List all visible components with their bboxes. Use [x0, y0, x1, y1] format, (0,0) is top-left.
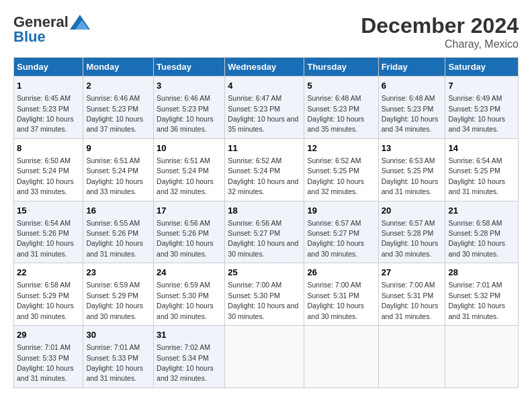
daylight-label: Daylight: 10 hours and 30 minutes.: [157, 302, 214, 320]
daylight-label: Daylight: 10 hours and 36 minutes.: [157, 115, 214, 133]
calendar-week-row: 8Sunrise: 6:50 AMSunset: 5:24 PMDaylight…: [14, 138, 519, 201]
daylight-label: Daylight: 10 hours and 31 minutes.: [17, 239, 74, 257]
calendar-cell: 25Sunrise: 7:00 AMSunset: 5:30 PMDayligh…: [225, 263, 304, 326]
calendar-cell: 2Sunrise: 6:46 AMSunset: 5:23 PMDaylight…: [83, 77, 154, 139]
sunrise-info: Sunrise: 6:52 AM: [307, 156, 361, 165]
calendar-cell: 3Sunrise: 6:46 AMSunset: 5:23 PMDaylight…: [154, 77, 225, 139]
day-number: 4: [228, 80, 301, 92]
calendar-cell: 1Sunrise: 6:45 AMSunset: 5:23 PMDaylight…: [14, 77, 83, 139]
header-friday: Friday: [378, 58, 445, 77]
day-number: 21: [448, 205, 515, 217]
sunset-info: Sunset: 5:28 PM: [382, 229, 434, 237]
day-number: 16: [86, 205, 150, 217]
calendar-cell: 26Sunrise: 7:00 AMSunset: 5:31 PMDayligh…: [304, 263, 378, 326]
daylight-label: Daylight: 10 hours and 31 minutes.: [382, 177, 439, 195]
sunset-info: Sunset: 5:25 PM: [382, 167, 434, 175]
day-number: 24: [157, 267, 222, 279]
daylight-label: Daylight: 10 hours and 30 minutes.: [17, 302, 74, 320]
sunrise-info: Sunrise: 7:01 AM: [86, 343, 140, 351]
sunset-info: Sunset: 5:23 PM: [382, 105, 434, 113]
sunrise-info: Sunrise: 6:45 AM: [17, 94, 71, 102]
daylight-label: Daylight: 10 hours and 30 minutes.: [307, 302, 364, 320]
sunrise-info: Sunrise: 6:56 AM: [157, 219, 210, 227]
calendar-cell: 18Sunrise: 6:56 AMSunset: 5:27 PMDayligh…: [225, 201, 304, 263]
sunrise-info: Sunrise: 6:57 AM: [382, 219, 435, 227]
calendar-cell: 19Sunrise: 6:57 AMSunset: 5:27 PMDayligh…: [304, 201, 378, 263]
calendar-cell: 9Sunrise: 6:51 AMSunset: 5:24 PMDaylight…: [83, 138, 154, 201]
daylight-label: Daylight: 10 hours and 37 minutes.: [86, 115, 143, 133]
calendar-cell: 30Sunrise: 7:01 AMSunset: 5:33 PMDayligh…: [83, 326, 154, 388]
calendar-cell: 23Sunrise: 6:59 AMSunset: 5:29 PMDayligh…: [83, 263, 154, 326]
sunset-info: Sunset: 5:26 PM: [157, 229, 209, 237]
sunrise-info: Sunrise: 6:50 AM: [17, 156, 71, 165]
daylight-label: Daylight: 10 hours and 32 minutes.: [307, 177, 364, 195]
calendar-cell: 20Sunrise: 6:57 AMSunset: 5:28 PMDayligh…: [378, 201, 445, 263]
daylight-label: Daylight: 10 hours and 34 minutes.: [448, 115, 505, 133]
sunset-info: Sunset: 5:31 PM: [307, 291, 359, 300]
daylight-label: Daylight: 10 hours and 33 minutes.: [86, 177, 143, 195]
header-saturday: Saturday: [445, 58, 519, 77]
sunset-info: Sunset: 5:24 PM: [17, 167, 69, 175]
sunrise-info: Sunrise: 6:59 AM: [157, 281, 210, 289]
calendar-header-row: Sunday Monday Tuesday Wednesday Thursday…: [14, 58, 519, 77]
day-number: 27: [382, 267, 443, 279]
sunset-info: Sunset: 5:26 PM: [86, 229, 138, 237]
sunrise-info: Sunrise: 6:51 AM: [86, 156, 140, 165]
calendar-week-row: 29Sunrise: 7:01 AMSunset: 5:33 PMDayligh…: [14, 326, 519, 388]
logo-icon: [70, 15, 90, 30]
day-number: 23: [86, 267, 150, 279]
sunrise-info: Sunrise: 6:48 AM: [307, 94, 361, 102]
sunset-info: Sunset: 5:25 PM: [448, 167, 500, 175]
calendar-table: Sunday Monday Tuesday Wednesday Thursday…: [13, 57, 519, 388]
daylight-label: Daylight: 10 hours and 32 minutes.: [157, 177, 214, 195]
title-block: December 2024 Charay, Mexico: [361, 13, 519, 50]
day-number: 10: [157, 142, 222, 154]
daylight-label: Daylight: 10 hours and 30 minutes.: [228, 239, 298, 257]
calendar-cell: 5Sunrise: 6:48 AMSunset: 5:23 PMDaylight…: [304, 77, 378, 139]
sunrise-info: Sunrise: 6:51 AM: [157, 156, 210, 165]
daylight-label: Daylight: 10 hours and 30 minutes.: [382, 239, 439, 257]
sunset-info: Sunset: 5:30 PM: [157, 291, 209, 300]
daylight-label: Daylight: 10 hours and 30 minutes.: [228, 302, 298, 320]
calendar-cell: 24Sunrise: 6:59 AMSunset: 5:30 PMDayligh…: [154, 263, 225, 326]
daylight-label: Daylight: 10 hours and 30 minutes.: [157, 239, 214, 257]
sunset-info: Sunset: 5:25 PM: [307, 167, 359, 175]
sunrise-info: Sunrise: 6:52 AM: [228, 156, 281, 165]
sunrise-info: Sunrise: 6:56 AM: [228, 219, 281, 227]
sunrise-info: Sunrise: 7:02 AM: [157, 343, 210, 351]
calendar-week-row: 22Sunrise: 6:58 AMSunset: 5:29 PMDayligh…: [14, 263, 519, 326]
sunrise-info: Sunrise: 7:00 AM: [382, 281, 435, 289]
sunset-info: Sunset: 5:23 PM: [228, 105, 280, 113]
page-subtitle: Charay, Mexico: [361, 38, 519, 50]
day-number: 19: [307, 205, 375, 217]
sunset-info: Sunset: 5:23 PM: [448, 105, 500, 113]
calendar-cell: 27Sunrise: 7:00 AMSunset: 5:31 PMDayligh…: [378, 263, 445, 326]
day-number: 28: [448, 267, 515, 279]
daylight-label: Daylight: 10 hours and 31 minutes.: [86, 364, 143, 382]
sunset-info: Sunset: 5:27 PM: [307, 229, 359, 237]
calendar-cell: 11Sunrise: 6:52 AMSunset: 5:24 PMDayligh…: [225, 138, 304, 201]
sunrise-info: Sunrise: 6:47 AM: [228, 94, 281, 102]
daylight-label: Daylight: 10 hours and 31 minutes.: [448, 177, 505, 195]
day-number: 6: [382, 80, 443, 92]
daylight-label: Daylight: 10 hours and 32 minutes.: [228, 177, 298, 195]
daylight-label: Daylight: 10 hours and 34 minutes.: [382, 115, 439, 133]
daylight-label: Daylight: 10 hours and 32 minutes.: [157, 364, 214, 382]
daylight-label: Daylight: 10 hours and 33 minutes.: [17, 177, 74, 195]
logo: General Blue: [13, 13, 90, 46]
calendar-cell: [378, 326, 445, 388]
sunrise-info: Sunrise: 6:48 AM: [382, 94, 435, 102]
daylight-label: Daylight: 10 hours and 37 minutes.: [17, 115, 74, 133]
day-number: 31: [157, 329, 222, 341]
sunset-info: Sunset: 5:34 PM: [157, 354, 209, 362]
calendar-cell: 4Sunrise: 6:47 AMSunset: 5:23 PMDaylight…: [225, 77, 304, 139]
day-number: 14: [448, 142, 515, 154]
calendar-cell: 29Sunrise: 7:01 AMSunset: 5:33 PMDayligh…: [14, 326, 83, 388]
sunrise-info: Sunrise: 6:59 AM: [86, 281, 140, 289]
calendar-cell: 13Sunrise: 6:53 AMSunset: 5:25 PMDayligh…: [378, 138, 445, 201]
sunrise-info: Sunrise: 6:46 AM: [86, 94, 140, 102]
daylight-label: Daylight: 10 hours and 31 minutes.: [448, 302, 505, 320]
sunrise-info: Sunrise: 6:58 AM: [448, 219, 502, 227]
sunset-info: Sunset: 5:24 PM: [86, 167, 138, 175]
day-number: 11: [228, 142, 301, 154]
